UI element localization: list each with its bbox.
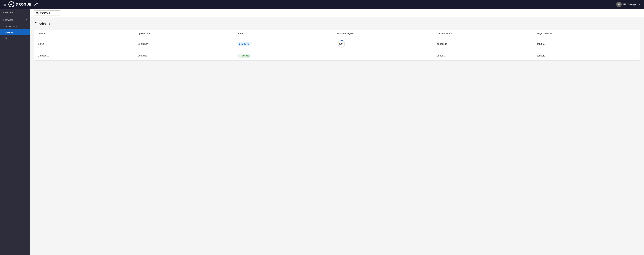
nav-left: ☰ DROGUE IoT (3, 1, 38, 8)
target-version-iot01a: af49858 (537, 43, 636, 45)
state-iot01a: ℹ Updating (238, 42, 337, 46)
col-header-update-progress: Update Progress (337, 32, 437, 35)
applications-label: Applications (5, 25, 17, 28)
page-title: Devices (34, 21, 640, 27)
synced-label: Synced (242, 55, 249, 57)
progress-circle: 8.3% (337, 40, 346, 48)
device-name-iot01a: iot01a (38, 43, 138, 45)
current-version-simulator1: 2dbedf0 (437, 54, 536, 57)
update-type-iot01a: Container (138, 43, 237, 45)
updating-label: Updating (241, 43, 250, 45)
user-dropdown-arrow[interactable]: ▼ (639, 3, 641, 6)
current-version-iot01a: aabbccdd (437, 43, 536, 45)
drogue-logo-svg (9, 2, 14, 7)
col-header-current-version: Current Version (437, 32, 536, 35)
update-type-simulator1: Container (138, 54, 237, 57)
top-nav: ☰ DROGUE IoT U Ulf Lilleengen ▼ (0, 0, 644, 9)
sidebar-item-applications[interactable]: Applications (0, 24, 30, 30)
devices-table: Device Update Type State Update Progress… (34, 30, 640, 61)
device-name-simulator1: simulator1 (38, 54, 138, 57)
svg-point-1 (11, 4, 12, 5)
synced-checkmark-icon: ✓ (239, 54, 241, 57)
app-selector[interactable]: dfu-workshop (34, 11, 60, 16)
logo-container: DROGUE IoT (8, 1, 38, 8)
nav-right: U Ulf Lilleengen ▼ (616, 2, 641, 7)
sidebar-item-overview[interactable]: Overview (0, 9, 30, 16)
table-row: simulator1 Container ✓ Synced 2dbedf0 2d… (34, 51, 640, 60)
sidebar-overview-label: Overview (3, 11, 13, 14)
page-body: Devices Device Update Type State Update … (30, 17, 644, 255)
firmware-chevron-icon: ▾ (26, 19, 27, 21)
col-header-device: Device (38, 32, 138, 35)
app-select-wrapper: dfu-workshop (34, 11, 60, 16)
toolbar: dfu-workshop (30, 9, 644, 17)
sidebar-item-builds[interactable]: Builds (0, 35, 30, 41)
main-content: dfu-workshop Devices Device Update Type … (30, 9, 644, 255)
col-header-target-version: Target Version (537, 32, 636, 35)
progress-pct-text: 8.3% (339, 43, 343, 45)
synced-badge: ✓ Synced (238, 54, 251, 58)
sidebar-section-firmware[interactable]: Firmware ▾ (0, 16, 30, 24)
sidebar: Overview Firmware ▾ Applications Devices… (0, 9, 30, 255)
target-version-simulator1: 2dbedf0 (537, 54, 636, 57)
user-avatar: U (616, 2, 622, 7)
progress-iot01a: 8.3% (337, 40, 437, 48)
devices-label: Devices (5, 31, 13, 34)
updating-icon: ℹ (239, 43, 240, 45)
table-row: iot01a Container ℹ Updating (34, 37, 640, 51)
user-name: Ulf Lilleengen (623, 3, 637, 6)
main-layout: Overview Firmware ▾ Applications Devices… (0, 9, 644, 255)
col-header-state: State (238, 32, 337, 35)
app-title: DROGUE IoT (16, 3, 38, 7)
state-simulator1: ✓ Synced (238, 54, 337, 58)
sidebar-firmware-label: Firmware (3, 19, 13, 21)
sidebar-firmware-subitems: Applications Devices Builds (0, 24, 30, 41)
builds-label: Builds (5, 37, 11, 40)
sidebar-item-devices[interactable]: Devices (0, 30, 30, 35)
col-header-update-type: Update Type (138, 32, 237, 35)
updating-badge: ℹ Updating (238, 42, 251, 46)
logo-icon (8, 1, 14, 8)
hamburger-icon[interactable]: ☰ (3, 2, 6, 7)
table-header: Device Update Type State Update Progress… (34, 30, 640, 37)
